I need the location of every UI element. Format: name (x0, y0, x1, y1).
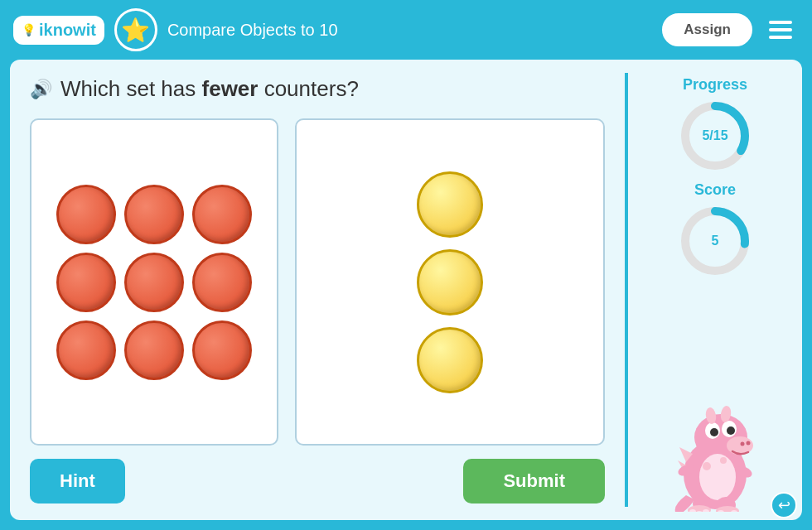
right-counter-box[interactable] (295, 118, 605, 446)
star-icon: ⭐ (121, 17, 150, 44)
progress-donut: 5/15 (678, 99, 752, 173)
menu-line-3 (769, 36, 792, 39)
yellow-circle-1 (417, 171, 483, 238)
question-row: 🔊 Which set has fewer counters? (30, 76, 605, 102)
red-circle-8 (124, 320, 184, 380)
svg-point-9 (710, 428, 718, 436)
mascot-area (661, 287, 769, 512)
red-circle-2 (124, 185, 184, 244)
red-circle-3 (192, 185, 252, 244)
svg-point-10 (727, 426, 735, 435)
score-donut: 5 (678, 204, 752, 278)
header: 💡 iknowit ⭐ Compare Objects to 10 Assign (0, 0, 812, 60)
bottom-bar: Hint Submit (30, 459, 605, 504)
score-section: Score 5 (678, 181, 752, 278)
yellow-circle-2 (417, 249, 483, 316)
svg-point-17 (699, 454, 736, 500)
yellow-circle-col (417, 171, 483, 393)
sound-icon[interactable]: 🔊 (30, 79, 52, 100)
red-circle-6 (192, 253, 252, 312)
logo-text: iknowit (39, 21, 96, 40)
red-circle-grid (56, 185, 252, 380)
logo: 💡 iknowit (13, 16, 104, 45)
back-icon: ↩ (778, 496, 790, 514)
score-value: 5 (712, 234, 719, 248)
main-content: 🔊 Which set has fewer counters? (10, 60, 802, 520)
question-text-before: Which set has (60, 76, 202, 101)
submit-button[interactable]: Submit (463, 459, 605, 504)
left-counter-box[interactable] (30, 118, 278, 446)
red-circle-7 (56, 320, 116, 380)
progress-label: Progress (683, 76, 747, 94)
red-circle-5 (124, 253, 184, 312)
counters-area (30, 118, 605, 446)
back-button[interactable]: ↩ (771, 492, 797, 518)
svg-point-18 (703, 462, 711, 470)
question-text-after: counters? (258, 76, 358, 101)
red-circle-1 (56, 185, 116, 244)
assign-button[interactable]: Assign (662, 13, 752, 46)
score-label: Score (694, 181, 736, 199)
menu-line-1 (769, 21, 792, 24)
svg-point-11 (741, 442, 745, 446)
mascot-svg (661, 379, 769, 512)
hint-button[interactable]: Hint (30, 459, 125, 504)
question-text: Which set has fewer counters? (60, 76, 359, 102)
page-title: Compare Objects to 10 (167, 21, 652, 40)
right-panel: Progress 5/15 Score 5 (628, 60, 802, 520)
star-badge: ⭐ (114, 8, 157, 51)
progress-value: 5/15 (702, 128, 727, 143)
menu-line-2 (769, 28, 792, 31)
svg-point-12 (747, 441, 751, 446)
yellow-circle-3 (417, 327, 483, 393)
left-panel: 🔊 Which set has fewer counters? (10, 60, 625, 520)
menu-button[interactable] (762, 16, 799, 44)
logo-icon: 💡 (22, 23, 36, 36)
progress-section: Progress 5/15 (678, 76, 752, 173)
red-circle-9 (192, 320, 252, 380)
question-text-bold: fewer (202, 76, 259, 101)
red-circle-4 (56, 253, 116, 312)
svg-point-19 (720, 457, 727, 464)
